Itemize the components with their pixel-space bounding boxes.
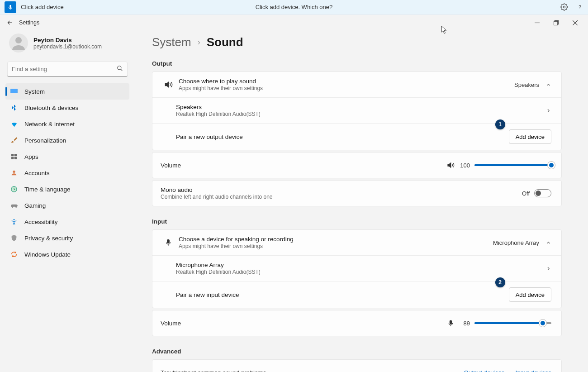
- profile-name: Peyton Davis: [33, 37, 102, 43]
- nav-network[interactable]: Network & internet: [5, 116, 129, 132]
- svg-rect-4: [554, 21, 557, 25]
- output-devices-link[interactable]: Output devices: [464, 369, 504, 372]
- svg-point-15: [14, 219, 15, 220]
- add-output-device-button[interactable]: Add device: [509, 129, 551, 144]
- row-sub: Combine left and right audio channels in…: [161, 194, 273, 200]
- profile[interactable]: Peyton Davis peytondavis.1@outlook.com: [5, 31, 129, 60]
- svg-rect-17: [450, 320, 451, 324]
- page-title: Sound: [207, 35, 243, 49]
- section-advanced-label: Advanced: [152, 348, 562, 355]
- row-title: Pair a new output device: [176, 134, 243, 140]
- chevron-right-icon: ›: [198, 38, 200, 47]
- input-selected: Microphone Array: [493, 239, 539, 246]
- row-title: Volume: [161, 320, 181, 327]
- row-sub: Apps might have their own settings: [179, 243, 294, 249]
- section-input-label: Input: [152, 218, 562, 225]
- assistant-bar: Click add device Click add device. Which…: [0, 0, 588, 14]
- nav-update[interactable]: Windows Update: [5, 246, 129, 262]
- nav-system[interactable]: System: [5, 83, 129, 100]
- input-choose-card: Choose a device for speaking or recordin…: [152, 229, 562, 308]
- input-volume-row: Volume 89: [152, 310, 561, 336]
- sidebar: Peyton Davis peytondavis.1@outlook.com S…: [0, 31, 134, 372]
- nav-label: System: [24, 88, 45, 95]
- breadcrumb-root[interactable]: System: [152, 35, 191, 49]
- troubleshoot-row: Troubleshoot common sound problems Outpu…: [152, 360, 561, 372]
- nav-label: Accessibility: [24, 219, 58, 225]
- chevron-right-icon: [545, 108, 551, 114]
- assistant-left: Click add device: [5, 1, 64, 13]
- nav-personalization[interactable]: Personalization: [5, 132, 129, 148]
- speaker-icon: [161, 80, 176, 89]
- nav-label: Time & language: [24, 186, 71, 193]
- output-selected: Speakers: [514, 81, 539, 88]
- window-title: Settings: [19, 19, 39, 26]
- nav-label: Gaming: [24, 202, 46, 209]
- mono-toggle[interactable]: [534, 189, 551, 197]
- badge-1: 1: [495, 119, 505, 129]
- nav-time[interactable]: Time & language: [5, 181, 129, 197]
- output-volume-slider[interactable]: [474, 161, 551, 170]
- nav-accounts[interactable]: Accounts: [5, 165, 129, 181]
- apps-icon: [10, 153, 18, 161]
- minimize-button[interactable]: [527, 16, 546, 29]
- svg-point-2: [579, 8, 580, 9]
- bluetooth-icon: [10, 104, 18, 112]
- display-icon: [10, 87, 18, 95]
- svg-point-13: [13, 171, 15, 173]
- svg-rect-9: [11, 154, 14, 156]
- input-devices-link[interactable]: Input devices: [515, 369, 551, 372]
- add-input-device-button[interactable]: Add device: [509, 287, 551, 302]
- profile-email: peytondavis.1@outlook.com: [33, 43, 102, 50]
- search-input[interactable]: [7, 62, 128, 77]
- maximize-button[interactable]: [546, 16, 565, 29]
- chevron-up-icon: [545, 240, 551, 246]
- row-sub: Apps might have their own settings: [179, 85, 263, 91]
- nav-privacy[interactable]: Privacy & security: [5, 230, 129, 246]
- avatar: [9, 33, 28, 52]
- speaker-icon[interactable]: [446, 161, 455, 169]
- nav-apps[interactable]: Apps: [5, 148, 129, 165]
- assistant-center-text: Click add device. Which one?: [256, 4, 333, 10]
- search-field[interactable]: [7, 62, 128, 77]
- back-button[interactable]: [4, 16, 16, 29]
- output-choose-row[interactable]: Choose where to play sound Apps might ha…: [152, 72, 561, 97]
- input-pair-row: Pair a new input device 2 Add device: [152, 281, 561, 308]
- close-button[interactable]: [565, 16, 584, 29]
- row-title: Pair a new input device: [176, 291, 239, 298]
- troubleshoot-card: Troubleshoot common sound problems Outpu…: [152, 359, 562, 372]
- mono-card: Mono audio Combine left and right audio …: [152, 180, 562, 206]
- row-title: Choose where to play sound: [179, 78, 263, 85]
- nav-bluetooth[interactable]: Bluetooth & devices: [5, 100, 129, 116]
- person-icon: [10, 169, 18, 177]
- update-icon: [10, 250, 18, 258]
- window-chrome: Settings: [0, 14, 588, 31]
- svg-point-0: [563, 6, 565, 8]
- gear-icon[interactable]: [560, 3, 568, 11]
- chevron-up-icon: [545, 82, 551, 88]
- row-title: Troubleshoot common sound problems: [161, 369, 266, 372]
- row-title: Choose a device for speaking or recordin…: [179, 236, 294, 243]
- gaming-icon: [10, 201, 18, 210]
- input-choose-row[interactable]: Choose a device for speaking or recordin…: [152, 230, 561, 255]
- row-sub: Realtek High Definition Audio(SST): [176, 269, 261, 275]
- input-volume-slider[interactable]: [474, 319, 551, 328]
- nav-label: Personalization: [24, 137, 66, 144]
- clock-icon: [10, 185, 18, 193]
- nav-accessibility[interactable]: Accessibility: [5, 214, 129, 230]
- output-choose-card: Choose where to play sound Apps might ha…: [152, 72, 562, 150]
- svg-rect-11: [11, 157, 14, 159]
- input-volume-card: Volume 89: [152, 310, 562, 336]
- row-title: Speakers: [176, 104, 261, 110]
- nav-label: Windows Update: [24, 251, 71, 258]
- mono-row[interactable]: Mono audio Combine left and right audio …: [152, 181, 561, 206]
- output-volume-card: Volume 100: [152, 152, 562, 178]
- content: System › Sound Output Choose where to pl…: [134, 31, 588, 372]
- svg-rect-16: [167, 239, 170, 243]
- output-volume-row: Volume 100: [152, 153, 561, 178]
- row-title: Volume: [161, 162, 181, 169]
- wifi-icon: [10, 120, 18, 128]
- nav-gaming[interactable]: Gaming: [5, 197, 129, 214]
- microphone-icon[interactable]: [447, 320, 455, 327]
- mic-icon[interactable]: [5, 1, 16, 13]
- help-icon[interactable]: [576, 3, 583, 11]
